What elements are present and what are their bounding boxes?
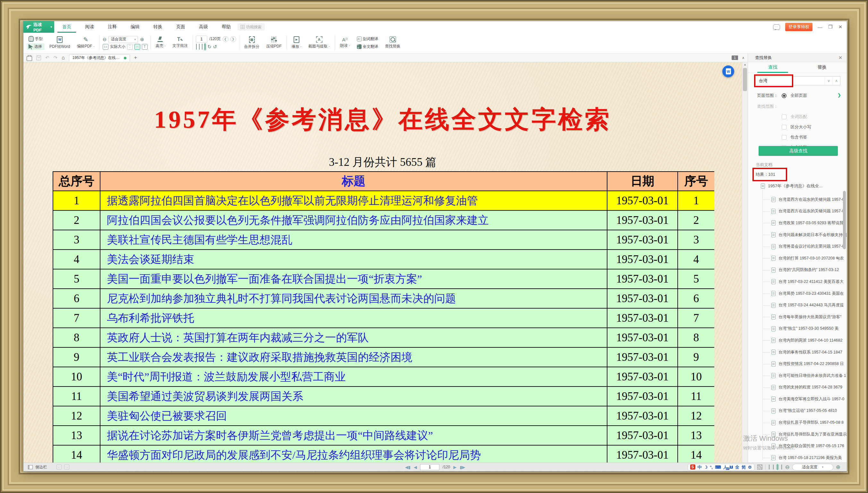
next-page-icon[interactable]: ❯ bbox=[230, 36, 236, 42]
search-result-item[interactable]: 台湾投资情况 1957-04-22 290858 日 bbox=[748, 358, 847, 370]
prev-page-icon[interactable]: ◀ bbox=[414, 465, 417, 469]
punctuation-icon[interactable]: °, bbox=[710, 465, 713, 469]
read-aloud-button[interactable]: A⁾⁾ 朗读 · bbox=[338, 37, 352, 49]
wrench-icon[interactable]: ⚙ bbox=[748, 465, 752, 469]
search-result-item[interactable]: 台湾内部的两派 1957-04-10 114682 bbox=[748, 335, 847, 346]
menu-tab[interactable]: 阅读 bbox=[84, 21, 95, 33]
scrollbar-thumb[interactable] bbox=[743, 68, 747, 91]
menu-tab[interactable]: 帮助 bbox=[221, 21, 232, 33]
search-result-item[interactable]: 台湾 1957-03-22 411412 美英百慕大 bbox=[748, 276, 847, 288]
continuous-layout-icon[interactable] bbox=[205, 44, 206, 50]
app-logo-button[interactable]: 迅读PDF ▾ bbox=[23, 21, 54, 33]
single-page-layout-icon[interactable] bbox=[768, 465, 770, 470]
search-result-item[interactable]: 台湾 1957-05-18 2171196 美报为美 bbox=[748, 452, 847, 464]
login-button[interactable]: 登录享特权 bbox=[785, 23, 812, 31]
single-page-layout-icon[interactable] bbox=[196, 44, 197, 50]
continuous-two-page-icon[interactable] bbox=[781, 465, 782, 470]
actual-size-icon[interactable]: 1:1 bbox=[103, 44, 108, 50]
new-tab-button[interactable]: + bbox=[134, 55, 137, 61]
skin-icon[interactable]: T bbox=[730, 466, 733, 469]
menu-tab[interactable]: 高级 bbox=[198, 21, 209, 33]
find-prev-icon[interactable]: ∧ bbox=[832, 77, 840, 85]
tab-replace[interactable]: 替换 bbox=[798, 62, 847, 72]
minimize-button[interactable]: — bbox=[818, 24, 822, 30]
person-icon[interactable]: 人17 bbox=[723, 465, 727, 469]
next-page-icon[interactable]: ▶ bbox=[453, 465, 457, 469]
last-page-icon[interactable]: ▮▶ bbox=[460, 465, 465, 469]
find-option[interactable]: 包含书签 bbox=[782, 134, 807, 140]
function-search[interactable]: 功能搜索 bbox=[237, 23, 265, 30]
fit-text-icon[interactable]: T bbox=[142, 44, 148, 50]
search-input[interactable] bbox=[756, 79, 825, 83]
restore-button[interactable]: ❐ bbox=[828, 24, 832, 30]
text-annotation-button[interactable]: T✎ 文字批注 bbox=[170, 36, 190, 49]
merge-split-button[interactable]: ▨ 合并拆分 bbox=[242, 36, 261, 50]
search-result-item[interactable]: 台湾的支持的程度 1957-04-28 3679 bbox=[748, 382, 847, 393]
search-result-item[interactable]: 台湾美海空军将立即投入战斗 1957-0 bbox=[748, 393, 847, 405]
zoom-out-icon[interactable]: ⊖ bbox=[103, 37, 107, 42]
find-replace-button[interactable]: 查找替换 bbox=[383, 36, 402, 50]
search-result-item[interactable]: 台湾的事务性联系 1957-04-15 1847 bbox=[748, 346, 847, 358]
pdf-to-word-floating-button[interactable]: W bbox=[722, 65, 734, 77]
fit-page-icon[interactable]: ⁚ bbox=[127, 44, 133, 50]
collapse-toolbar-icon[interactable]: ∧ bbox=[742, 56, 744, 60]
rotate-ccw-icon[interactable]: ↺ bbox=[213, 44, 217, 49]
find-next-icon[interactable]: ∨ bbox=[825, 77, 832, 85]
menu-tab[interactable]: 注释 bbox=[107, 21, 118, 33]
sogou-logo-icon[interactable]: S bbox=[690, 465, 695, 470]
full-translate-button[interactable]: A文全文翻译 bbox=[355, 43, 380, 50]
background-pattern-icon[interactable] bbox=[757, 465, 762, 470]
compress-pdf-button[interactable]: 压缩PDF bbox=[264, 36, 284, 50]
first-page-icon[interactable]: ◀▮ bbox=[405, 465, 410, 469]
hand-tool-button[interactable]: 手型 bbox=[27, 35, 45, 42]
search-result-item[interactable]: 台湾驻扎导弹部队是为了要在亚洲显示 bbox=[748, 429, 847, 441]
search-result-item[interactable]: 台湾将是会议讨论的主要问题 1957-0 bbox=[748, 240, 847, 253]
home-icon[interactable]: ⌂ bbox=[62, 55, 65, 61]
search-result-item[interactable]: 台湾政策 1957-03-05 9293 蒋帮说我 bbox=[748, 217, 847, 229]
ime-lang-icon[interactable]: 中 bbox=[698, 465, 702, 469]
search-result-item[interactable]: 台湾的“共同防御条约” 1957-03-12 bbox=[748, 264, 847, 276]
menu-tab[interactable]: 首页 bbox=[61, 21, 72, 33]
capture-extract-button[interactable]: A 截图与提取 · bbox=[306, 36, 332, 50]
word-translate-button[interactable]: A+划词翻译 bbox=[355, 36, 380, 42]
search-result-item[interactable]: 台湾的打算 1957-03-10 207208 匈农 bbox=[748, 253, 847, 264]
toolbar-page-input[interactable] bbox=[196, 36, 207, 43]
status-page-input[interactable] bbox=[420, 464, 439, 470]
search-result-item[interactable]: 台湾是西方在远东的关键问题 1957-0 bbox=[748, 206, 847, 217]
find-option[interactable]: 全词匹配 bbox=[782, 114, 807, 120]
all-pages-radio[interactable] bbox=[782, 93, 786, 98]
grid-layout-icon[interactable] bbox=[202, 44, 203, 50]
feedback-bubble-icon[interactable]: ··· bbox=[773, 24, 780, 30]
search-result-item[interactable]: 台湾局势 1957-03-23 430431 美国在 bbox=[748, 288, 847, 300]
history-forward-icon[interactable]: → bbox=[64, 465, 69, 470]
prev-page-icon[interactable]: ❮ bbox=[223, 36, 229, 42]
play-button[interactable]: ▶ 播放 · bbox=[290, 36, 303, 50]
search-result-item[interactable]: 台湾每年要接待大批美国议员“游客” bbox=[748, 311, 847, 323]
search-result-item[interactable]: 台湾问题未解决前日本不会积极支持我 bbox=[748, 229, 847, 241]
simplified-icon[interactable]: 简 bbox=[742, 465, 746, 469]
document-tab[interactable]: 1957年《参考消息》在线全文... bbox=[69, 54, 130, 62]
panel-close-icon[interactable]: ✕ bbox=[838, 55, 842, 61]
menu-tab[interactable]: 编辑 bbox=[130, 21, 141, 33]
select-tool-button[interactable]: 选择 bbox=[27, 43, 45, 50]
fit-width-icon[interactable]: ·· bbox=[134, 44, 140, 50]
results-scrollbar-thumb[interactable] bbox=[843, 191, 846, 249]
menu-tab[interactable]: 转换 bbox=[152, 21, 163, 33]
checkbox-icon[interactable] bbox=[782, 135, 786, 140]
search-result-item[interactable]: 台湾交由联合国托管 1957-05-15 176 bbox=[748, 440, 847, 452]
fullwidth-icon[interactable]: 全 bbox=[735, 465, 739, 469]
menu-tab[interactable]: 页面 bbox=[175, 21, 186, 33]
search-result-item[interactable]: 台湾可能性日增但并未放弃武力准备 1 bbox=[748, 370, 847, 382]
fit-width-dropdown[interactable]: 适合宽度▾ bbox=[108, 36, 138, 43]
highlight-button[interactable]: 高亮 · bbox=[154, 36, 168, 49]
zoom-out-icon[interactable]: ⊖ bbox=[785, 464, 790, 471]
save-icon[interactable] bbox=[36, 56, 41, 60]
checkbox-icon[interactable] bbox=[782, 125, 786, 130]
scroll-up-icon[interactable]: ▲ bbox=[742, 63, 748, 66]
find-option[interactable]: 区分大小写 bbox=[782, 124, 811, 130]
search-result-item[interactable]: 台湾“独立运动” 1957-05-05 4810 bbox=[748, 405, 847, 417]
keyboard-icon[interactable]: ⌨ bbox=[715, 465, 721, 469]
search-result-item[interactable]: 台湾“独立” 1957-03-30 549550 美 bbox=[748, 323, 847, 335]
fit-width-dropdown[interactable]: 适合宽度 ▾ bbox=[792, 464, 833, 471]
history-back-icon[interactable]: ← bbox=[57, 465, 62, 470]
